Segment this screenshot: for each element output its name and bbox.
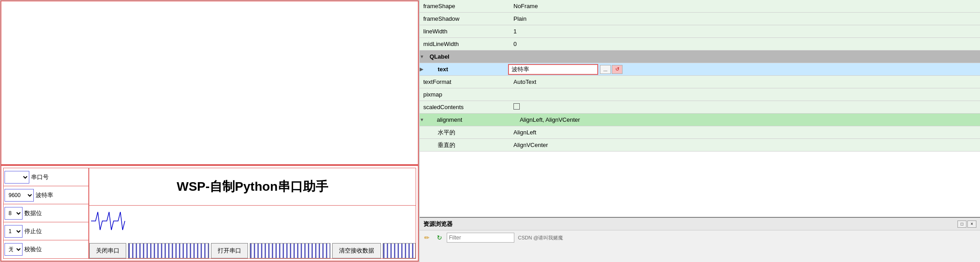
serial-port-row: 串口号 <box>4 168 88 186</box>
prop-name-qlabel: QLabel <box>426 53 516 60</box>
prop-value-horizontal: AlignLeft <box>510 129 980 136</box>
prop-name-textformat: textFormat <box>420 78 510 85</box>
filter-input[interactable] <box>447 233 514 243</box>
pencil-icon[interactable]: ✏ <box>421 232 432 243</box>
baud-rate-row: 9600 波特率 <box>4 186 88 204</box>
prop-name-vertical: 垂直的 <box>420 141 510 149</box>
prop-value-frameshadow: Plain <box>510 15 980 22</box>
prop-value-alignment: AlignLeft, AlignVCenter <box>516 116 980 123</box>
prop-value-midlinewidth: 0 <box>510 41 980 47</box>
data-bits-label: 数据位 <box>23 209 42 217</box>
prop-value-frameshape: NoFrame <box>510 3 980 9</box>
prop-value-scaledcontents <box>510 103 980 111</box>
stop-bits-row: 1 停止位 <box>4 222 88 240</box>
prop-value-text[interactable]: 波特率 <box>508 64 598 75</box>
prop-row-frameshadow: frameShadow Plain <box>420 13 980 25</box>
csdn-watermark: CSDN @请叫我赌魔 <box>516 234 565 242</box>
serial-port-label: 串口号 <box>29 173 49 181</box>
text-expand-icon: ▶ <box>420 66 427 72</box>
scaledcontents-checkbox[interactable] <box>513 103 520 110</box>
resource-browser: 资源浏览器 □ × ✏ ↻ CSDN @请叫我赌魔 <box>420 217 980 262</box>
progress-bar-3 <box>383 243 416 258</box>
resource-toolbar: ✏ ↻ CSDN @请叫我赌魔 <box>420 230 980 245</box>
parity-row: 无 校验位 <box>4 240 88 258</box>
text-actions: ... ↺ <box>600 65 624 74</box>
serial-port-select[interactable] <box>5 171 29 184</box>
properties-table: frameShape NoFrame frameShadow Plain lin… <box>420 0 980 217</box>
text-ellipsis-button[interactable]: ... <box>600 65 611 74</box>
open-serial-button[interactable]: 打开串口 <box>211 243 248 258</box>
main-display-area <box>0 0 419 165</box>
prop-row-textformat: textFormat AutoText <box>420 76 980 88</box>
prop-name-frameshape: frameShape <box>420 3 510 9</box>
data-bits-select[interactable]: 8 <box>5 207 23 220</box>
prop-row-qlabel: ▼ QLabel <box>420 51 980 63</box>
serial-controls: 串口号 9600 波特率 8 数据位 1 <box>3 168 89 259</box>
button-row: 关闭串口 打开串口 清空接收数据 <box>89 243 416 258</box>
parity-select[interactable]: 无 <box>5 243 23 256</box>
prop-name-frameshadow: frameShadow <box>420 15 510 22</box>
right-area: WSP-自制Python串口助手 关闭串口 打开串口 清空接收数据 <box>89 168 416 259</box>
prop-name-scaledcontents: scaledContents <box>420 104 510 110</box>
prop-row-frameshape: frameShape NoFrame <box>420 0 980 13</box>
app-title: WSP-自制Python串口助手 <box>89 168 416 205</box>
prop-name-text: text <box>427 66 508 73</box>
prop-value-textformat: AutoText <box>510 78 980 85</box>
prop-name-pixmap: pixmap <box>420 91 510 98</box>
bottom-controls: 串口号 9600 波特率 8 数据位 1 <box>0 165 419 262</box>
baud-rate-select[interactable]: 9600 <box>5 189 34 202</box>
restore-button[interactable]: □ <box>957 221 966 228</box>
prop-row-vertical: 垂直的 AlignVCenter <box>420 139 980 152</box>
prop-row-pixmap: pixmap <box>420 88 980 101</box>
parity-label: 校验位 <box>23 245 42 253</box>
prop-name-alignment: alignment <box>426 116 516 123</box>
prop-row-linewidth: lineWidth 1 <box>420 25 980 38</box>
progress-bar-1 <box>128 243 209 258</box>
prop-name-linewidth: lineWidth <box>420 28 510 35</box>
resource-browser-actions: □ × <box>957 221 976 228</box>
close-serial-button[interactable]: 关闭串口 <box>89 243 126 258</box>
prop-row-horizontal: 水平的 AlignLeft <box>420 126 980 139</box>
prop-row-alignment: ▼ alignment AlignLeft, AlignVCenter <box>420 114 980 126</box>
stop-bits-select[interactable]: 1 <box>5 225 23 238</box>
prop-name-horizontal: 水平的 <box>420 129 510 137</box>
alignment-caret: ▼ <box>420 117 424 122</box>
prop-row-scaledcontents: scaledContents <box>420 101 980 114</box>
resource-browser-title: 资源浏览器 <box>423 220 453 228</box>
prop-value-vertical: AlignVCenter <box>510 142 980 148</box>
text-reset-button[interactable]: ↺ <box>612 65 623 74</box>
prop-row-text: ▶ text 波特率 ... ↺ <box>420 63 980 76</box>
prop-row-midlinewidth: midLineWidth 0 <box>420 38 980 51</box>
receive-area[interactable] <box>89 205 416 241</box>
refresh-icon[interactable]: ↻ <box>434 232 445 243</box>
data-bits-row: 8 数据位 <box>4 204 88 222</box>
stop-bits-label: 停止位 <box>23 227 42 235</box>
prop-name-midlinewidth: midLineWidth <box>420 41 510 47</box>
right-panel: frameShape NoFrame frameShadow Plain lin… <box>419 0 980 262</box>
clear-receive-button[interactable]: 清空接收数据 <box>332 243 381 258</box>
qlabel-caret: ▼ <box>420 54 424 59</box>
left-panel: 串口号 9600 波特率 8 数据位 1 <box>0 0 419 262</box>
progress-bar-2 <box>250 243 331 258</box>
resource-browser-header: 资源浏览器 □ × <box>420 218 980 230</box>
close-resource-button[interactable]: × <box>967 221 976 228</box>
baud-rate-label: 波特率 <box>34 191 53 199</box>
prop-value-linewidth: 1 <box>510 28 980 35</box>
